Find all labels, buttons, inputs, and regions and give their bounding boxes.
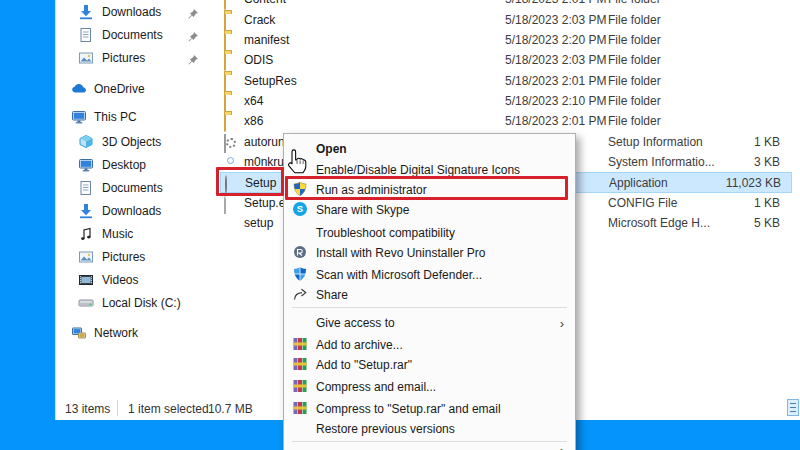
sidebar-item-music[interactable]: Music: [58, 224, 210, 244]
hand-cursor-icon: [285, 148, 308, 181]
document-icon: [78, 27, 94, 43]
pin-icon: [187, 52, 199, 64]
revo-uninstaller-icon: [292, 244, 308, 260]
document-icon: [78, 180, 94, 196]
winrar-icon: [292, 400, 308, 416]
network-icon: [71, 325, 87, 341]
sidebar-item-3d-objects[interactable]: 3D Objects: [58, 132, 210, 152]
sidebar-item-label: Desktop: [102, 158, 146, 172]
sidebar-item-downloads-quick[interactable]: Downloads: [58, 2, 210, 22]
menu-item-install-with-revo-uninstaller-pro[interactable]: Install with Revo Uninstaller Pro: [285, 242, 574, 263]
file-size: 1 KB: [680, 196, 780, 210]
edge-icon: [224, 216, 239, 230]
menu-item-troubleshoot-compatibility[interactable]: Troubleshoot compatibility: [285, 222, 574, 243]
winrar-icon: [292, 336, 308, 352]
videos-icon: [78, 272, 94, 288]
sidebar-item-label: Documents: [102, 28, 163, 42]
menu-item-give-access-to[interactable]: Give access to: [285, 312, 574, 333]
sidebar-item-pictures-quick[interactable]: Pictures: [58, 48, 210, 68]
this-pc-icon: [71, 109, 87, 125]
file-date: 5/18/2023 2:03 PM: [505, 13, 606, 27]
config-file-icon: [224, 196, 239, 210]
desktop-icon: [78, 157, 94, 173]
menu-separator: [292, 441, 567, 442]
file-name: autorun: [244, 135, 285, 149]
sidebar-item-label: Music: [102, 227, 133, 241]
file-date: 5/18/2023 2:20 PM: [505, 33, 606, 47]
file-type: File folder: [608, 53, 661, 67]
sidebar-item-documents[interactable]: Documents: [58, 178, 210, 198]
file-row[interactable]: x86 5/18/2023 2:01 PM File folder: [220, 111, 792, 132]
file-type: File folder: [608, 13, 661, 27]
folder-icon: [224, 53, 239, 67]
file-row[interactable]: ODIS 5/18/2023 2:03 PM File folder: [220, 50, 792, 71]
file-row[interactable]: x64 5/18/2023 2:10 PM File folder: [220, 91, 792, 112]
file-name: Setup.e: [244, 196, 285, 210]
setup-information-icon: [224, 135, 239, 149]
skype-icon: S: [292, 201, 308, 217]
menu-item-add-to-archive[interactable]: Add to archive...: [285, 334, 574, 355]
sidebar-item-label: Videos: [102, 273, 138, 287]
sidebar-item-label: Pictures: [102, 250, 145, 264]
file-name: Crack: [244, 13, 275, 27]
menu-item-scan-with-microsoft-defender[interactable]: Scan with Microsoft Defender...: [285, 264, 574, 285]
winrar-icon: [292, 378, 308, 394]
sidebar-item-this-pc[interactable]: This PC: [58, 107, 210, 127]
status-divider: [117, 400, 118, 416]
sidebar-item-label: Pictures: [102, 51, 145, 65]
defender-icon: [292, 266, 308, 282]
sidebar-item-network[interactable]: Network: [58, 323, 210, 343]
folder-icon: [224, 33, 239, 47]
menu-item-open[interactable]: Open: [285, 138, 574, 159]
file-type: CONFIG File: [608, 196, 677, 210]
menu-item-compress-to-setup-rar-and-email[interactable]: Compress to "Setup.rar" and email: [285, 398, 574, 419]
desktop: { "colors": { "desktop_blue": "#0494fb",…: [0, 0, 800, 450]
file-name: SetupRes: [244, 74, 297, 88]
file-size: 1 KB: [680, 135, 780, 149]
share-icon: [292, 286, 308, 302]
sidebar-item-downloads[interactable]: Downloads: [58, 201, 210, 221]
sidebar-item-documents-quick[interactable]: Documents: [58, 25, 210, 45]
menu-item-share-with-skype[interactable]: S Share with Skype: [285, 199, 574, 220]
file-row[interactable]: Content 5/18/2023 2:01 PM File folder: [220, 0, 792, 10]
file-name: ODIS: [244, 53, 273, 67]
sidebar-item-label: Downloads: [102, 204, 161, 218]
pictures-icon: [78, 249, 94, 265]
submenu-chevron-icon: [560, 443, 564, 450]
sidebar-item-pictures[interactable]: Pictures: [58, 247, 210, 267]
items-count: 13 items: [65, 402, 110, 416]
file-date: 5/18/2023 2:01 PM: [505, 0, 606, 6]
menu-item-compress-and-email[interactable]: Compress and email...: [285, 376, 574, 397]
file-name: Content: [244, 0, 286, 6]
sidebar-item-videos[interactable]: Videos: [58, 270, 210, 290]
file-size: 3 KB: [680, 155, 780, 169]
file-name: setup: [244, 216, 273, 230]
file-type: Application: [609, 176, 668, 190]
sidebar-item-label: Downloads: [102, 5, 161, 19]
music-icon: [78, 226, 94, 242]
sidebar-item-onedrive[interactable]: OneDrive: [58, 79, 210, 99]
menu-item-add-to-setup-rar[interactable]: Add to "Setup.rar": [285, 354, 574, 375]
sidebar-item-desktop[interactable]: Desktop: [58, 155, 210, 175]
sidebar-item-local-disk-c[interactable]: Local Disk (C:): [58, 293, 210, 313]
menu-item-restore-previous-versions[interactable]: Restore previous versions: [285, 418, 574, 439]
annotation-box-run-as-administrator: [285, 176, 568, 200]
folder-icon: [224, 13, 239, 27]
folder-icon: [224, 0, 239, 6]
file-row[interactable]: Crack 5/18/2023 2:03 PM File folder: [220, 10, 792, 31]
file-name: x86: [244, 114, 263, 128]
sidebar-item-label: OneDrive: [94, 82, 145, 96]
details-view-toggle-button[interactable]: [787, 399, 799, 416]
file-row[interactable]: manifest 5/18/2023 2:20 PM File folder: [220, 30, 792, 51]
folder-icon: [224, 94, 239, 108]
winrar-icon: [292, 356, 308, 372]
file-date: 5/18/2023 2:01 PM: [505, 74, 606, 88]
folder-icon: [224, 74, 239, 88]
downloads-icon: [78, 4, 94, 20]
menu-item-share[interactable]: Share: [285, 284, 574, 305]
pictures-icon: [78, 50, 94, 66]
selection-count: 1 item selected: [128, 402, 209, 416]
file-name: x64: [244, 94, 263, 108]
file-row[interactable]: SetupRes 5/18/2023 2:01 PM File folder: [220, 71, 792, 92]
onedrive-icon: [71, 81, 87, 97]
